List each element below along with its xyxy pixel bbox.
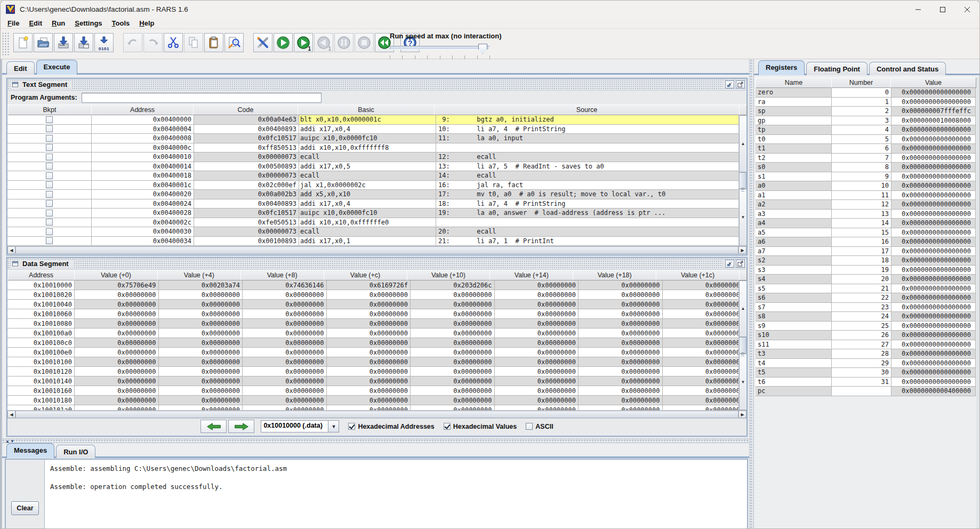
tab-floating-point[interactable]: Floating Point [806,62,867,75]
paste-button[interactable] [204,33,223,52]
checkbox-hexadecimal-values[interactable]: Hexadecimal Values [444,423,517,430]
code-cell: 0x0fc10517 [194,134,299,143]
tab-registers[interactable]: Registers [758,60,805,75]
vertical-split-divider[interactable] [749,59,754,529]
breakpoint-checkbox[interactable] [46,172,53,179]
scroll-right-icon[interactable]: ▶ [738,411,746,418]
open-file-button[interactable] [34,33,53,52]
tab-messages[interactable]: Messages [6,443,54,458]
scroll-up-icon[interactable]: ▲ [739,115,746,172]
horizontal-split-divider[interactable]: ▲▼ [2,438,751,443]
stop-button[interactable] [355,33,374,52]
base-address-combobox[interactable]: 0x10010000 (.data) ▼ [261,420,339,432]
breakpoint-checkbox[interactable] [46,154,53,161]
text-segment-maximize-button[interactable] [736,81,745,89]
breakpoint-checkbox[interactable] [46,144,53,151]
checkbox-box[interactable] [526,423,533,430]
breakpoint-checkbox[interactable] [46,181,53,188]
run-speed-slider[interactable] [390,44,490,53]
tab-run-i-o[interactable]: Run I/O [56,445,95,458]
step-button[interactable]: 1 [294,33,313,52]
prev-values-button[interactable] [200,420,227,433]
redo-button[interactable] [143,33,163,52]
clear-button[interactable]: Clear [11,501,39,515]
breakpoint-checkbox[interactable] [46,163,53,170]
next-values-button[interactable] [228,420,254,433]
tab-control-and-status[interactable]: Control and Status [869,62,946,75]
text-segment-minimize-button[interactable] [725,81,734,89]
scroll-down-icon[interactable]: ▼ [739,354,746,410]
undo-button[interactable] [123,33,142,52]
menu-edit[interactable]: Edit [24,19,47,27]
breakpoint-checkbox[interactable] [46,228,53,235]
minimize-button[interactable] [906,1,930,18]
slider-track[interactable] [390,46,490,50]
messages-text-area[interactable]: Assemble: assembling C:\Users\genec\Down… [44,460,747,528]
value-cell: 0x00000000 [327,376,411,386]
register-row: s190x0000000000000000 [756,172,976,182]
tab-execute[interactable]: Execute [36,60,78,75]
menu-settings[interactable]: Settings [70,19,107,27]
scroll-right-icon[interactable]: ▶ [738,246,746,254]
checkbox-box[interactable] [444,423,451,430]
new-file-button[interactable] [13,33,33,52]
menu-run[interactable]: Run [47,19,70,27]
scroll-up-icon[interactable]: ▲ [739,280,746,337]
maximize-button[interactable] [930,1,955,18]
register-row: a5150x0000000000000000 [756,228,976,238]
register-number: 24 [832,312,891,322]
cut-button[interactable] [164,33,183,52]
breakpoint-checkbox[interactable] [46,200,53,207]
register-name: s1 [756,172,832,182]
run-button[interactable] [274,33,293,52]
value-cell: 0x00000000 [411,357,495,367]
save-button[interactable] [54,33,73,52]
hscroll-thumb[interactable] [15,246,738,254]
col-value-10-: Value (+10) [407,270,491,280]
backstep-button[interactable]: 1 [314,33,333,52]
breakpoint-checkbox[interactable] [46,125,53,132]
menu-help[interactable]: Help [134,19,159,27]
data-segment-vscrollbar[interactable]: ▲ ▼ [738,280,746,410]
value-cell: 0x00000000 [411,290,495,300]
hscroll-thumb[interactable] [15,411,738,418]
breakpoint-checkbox[interactable] [46,237,53,244]
scroll-left-icon[interactable]: ◀ [7,411,15,418]
menu-tools[interactable]: Tools [107,19,135,27]
data-segment-maximize-button[interactable] [736,260,745,268]
checkbox-hexadecimal-addresses[interactable]: Hexadecimal Addresses [348,423,434,430]
scroll-down-icon[interactable]: ▼ [739,189,746,246]
breakpoint-checkbox[interactable] [46,116,53,123]
breakpoint-checkbox[interactable] [46,219,53,226]
breakpoint-checkbox[interactable] [46,135,53,142]
text-segment-vscrollbar[interactable]: ▲ ▼ [738,115,746,246]
pause-button[interactable] [334,33,354,52]
title-bar: C:\Users\genec\Downloads\factorial.asm -… [1,1,979,18]
value-cell: 0x00000000 [495,309,579,319]
slider-thumb[interactable] [478,44,487,54]
save-as-button[interactable] [74,33,93,52]
dump-memory-button[interactable]: 0101 [94,33,114,52]
text-segment-hscrollbar[interactable]: ◀ ▶ [7,246,746,254]
close-button[interactable] [955,1,979,18]
breakpoint-checkbox[interactable] [46,210,53,217]
scroll-left-icon[interactable]: ◀ [7,246,15,254]
breakpoint-cell [7,125,92,134]
menu-file[interactable]: File [3,19,24,27]
breakpoint-checkbox[interactable] [46,191,53,198]
find-replace-button[interactable] [224,33,244,52]
checkbox-box[interactable] [348,423,355,430]
checkbox-ascii[interactable]: ASCII [526,423,553,430]
chevron-down-icon[interactable]: ▼ [328,420,339,432]
register-row: a6160x0000000000000000 [756,237,976,247]
tab-edit[interactable]: Edit [6,61,35,75]
registers-scroll-strip[interactable] [976,77,980,529]
data-segment-minimize-button[interactable] [725,260,734,268]
copy-button[interactable] [184,33,203,52]
toolbar-drag-handle[interactable] [2,32,10,57]
data-segment-hscrollbar[interactable]: ◀ ▶ [7,410,746,418]
text-segment-row: 0x004000180x00000073ecall14: ecall [7,171,746,181]
program-arguments-input[interactable] [82,93,322,103]
register-number: 0 [832,88,891,98]
assemble-button[interactable] [253,33,272,52]
